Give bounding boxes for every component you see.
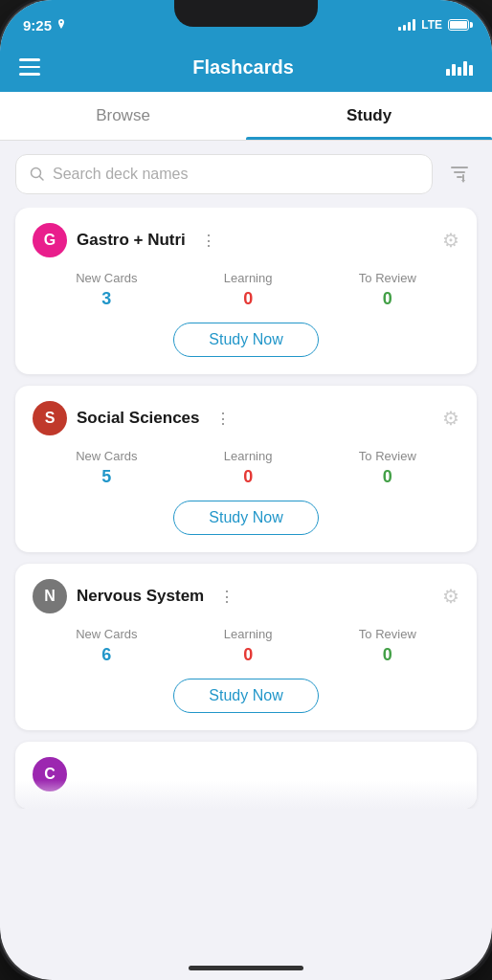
learning-value-social: 0 (243, 467, 253, 487)
deck-avatar-gastro: G (33, 223, 67, 257)
status-icons: LTE (398, 18, 469, 32)
search-placeholder: Search deck names (53, 166, 188, 183)
deck-card-nervous: N Nervous System ⋮ ⚙ New Cards 6 Learnin… (15, 564, 477, 730)
svg-rect-2 (451, 167, 468, 168)
svg-rect-3 (454, 171, 465, 173)
new-cards-value-gastro: 3 (101, 289, 111, 309)
phone-frame: 9:25 LTE (0, 0, 492, 980)
home-indicator (189, 966, 303, 970)
status-time: 9:25 (23, 17, 66, 33)
deck-card-social: S Social Sciences ⋮ ⚙ New Cards 5 Learni… (15, 386, 477, 552)
deck-more-social[interactable]: ⋮ (215, 410, 231, 428)
battery-icon (448, 19, 469, 31)
learning-value-nervous: 0 (243, 645, 253, 665)
phone-screen: 9:25 LTE (0, 0, 492, 980)
deck-name-gastro: Gastro + Nutri (77, 231, 186, 250)
app-header: Flashcards (0, 42, 492, 92)
study-now-button-nervous[interactable]: Study Now (173, 679, 318, 713)
deck-more-gastro[interactable]: ⋮ (201, 232, 216, 250)
search-icon (30, 167, 45, 182)
deck-settings-social[interactable]: ⚙ (442, 407, 459, 430)
deck-avatar-nervous: N (33, 579, 67, 613)
tabs-container: Browse Study (0, 92, 492, 141)
learning-label: Learning (224, 271, 273, 285)
tab-browse[interactable]: Browse (0, 92, 246, 140)
svg-rect-4 (457, 176, 462, 178)
deck-avatar-social: S (33, 401, 67, 435)
to-review-value-social: 0 (383, 467, 392, 487)
svg-marker-6 (461, 180, 465, 183)
deck-name-nervous: Nervous System (77, 587, 204, 606)
tab-study[interactable]: Study (246, 92, 492, 140)
deck-card-partial: C (15, 742, 477, 809)
stats-button[interactable] (446, 58, 473, 76)
signal-icon (398, 19, 415, 31)
deck-card-gastro: G Gastro + Nutri ⋮ ⚙ New Cards 3 Learnin… (15, 208, 477, 374)
deck-avatar-partial: C (33, 757, 67, 791)
time-display: 9:25 (23, 17, 52, 33)
sort-filter-icon (449, 164, 470, 185)
deck-more-nervous[interactable]: ⋮ (219, 588, 235, 606)
to-review-label: To Review (359, 271, 416, 285)
search-area: Search deck names (0, 141, 492, 208)
app-title: Flashcards (192, 56, 294, 78)
lte-label: LTE (421, 18, 442, 32)
new-cards-label: New Cards (76, 271, 137, 285)
deck-stats-social: New Cards 5 Learning 0 To Review 0 (33, 449, 459, 487)
deck-stats-gastro: New Cards 3 Learning 0 To Review 0 (33, 271, 459, 309)
svg-line-1 (40, 177, 44, 181)
study-now-button-social[interactable]: Study Now (173, 501, 318, 535)
filter-button[interactable] (442, 157, 477, 191)
new-cards-value-nervous: 6 (101, 645, 111, 665)
deck-settings-nervous[interactable]: ⚙ (442, 585, 459, 608)
notch (174, 0, 318, 27)
search-bar[interactable]: Search deck names (15, 154, 433, 194)
decks-list: G Gastro + Nutri ⋮ ⚙ New Cards 3 Learnin… (0, 208, 492, 809)
deck-settings-gastro[interactable]: ⚙ (442, 229, 459, 252)
new-cards-value-social: 5 (101, 467, 111, 487)
to-review-value-nervous: 0 (383, 645, 392, 665)
menu-button[interactable] (19, 58, 40, 76)
location-icon (56, 19, 66, 31)
study-now-button-gastro[interactable]: Study Now (173, 323, 318, 357)
deck-name-social: Social Sciences (77, 409, 200, 428)
svg-rect-5 (462, 174, 464, 181)
to-review-value-gastro: 0 (383, 289, 392, 309)
learning-value-gastro: 0 (243, 289, 253, 309)
deck-stats-nervous: New Cards 6 Learning 0 To Review 0 (33, 627, 459, 665)
